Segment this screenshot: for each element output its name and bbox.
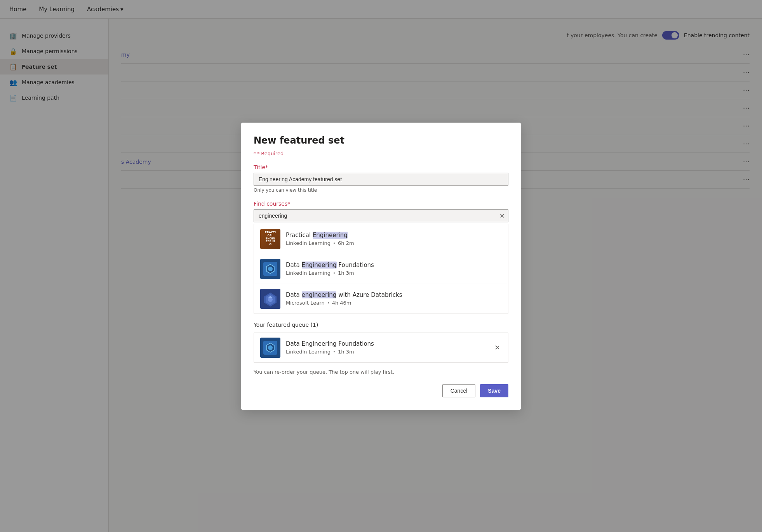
dot-azure: [328, 302, 329, 303]
queue-hint: You can re-order your queue. The top one…: [254, 369, 508, 375]
highlight-practical: Engineering: [313, 232, 348, 239]
azure-svg: [260, 289, 280, 309]
queue-thumb-data-eng: [260, 338, 280, 358]
queue-course-info: Data Engineering Foundations LinkedIn Le…: [286, 340, 487, 355]
course-search-input[interactable]: [254, 209, 508, 222]
queue-course-meta: LinkedIn Learning 1h 3m: [286, 349, 487, 355]
course-meta-data-eng: LinkedIn Learning 1h 3m: [286, 270, 502, 276]
courses-required-mark: *: [287, 201, 290, 207]
queue-label: Your featured queue (1): [254, 322, 508, 328]
course-thumb-data-eng: [260, 259, 280, 279]
queue-course-name: Data Engineering Foundations: [286, 340, 487, 347]
course-thumb-practical: PRACTICALENGINEERING: [260, 229, 280, 249]
course-thumb-azure: [260, 289, 280, 309]
queue-data-eng-svg: [260, 338, 280, 358]
course-result-data-engineering[interactable]: Data Engineering Foundations LinkedIn Le…: [254, 254, 508, 284]
queue-remove-button[interactable]: ✕: [493, 342, 502, 354]
modal-title: New featured set: [254, 135, 508, 146]
course-name-practical: Practical Engineering: [286, 232, 502, 239]
search-clear-button[interactable]: ✕: [499, 212, 505, 219]
modal-footer: Cancel Save: [254, 384, 508, 397]
app-shell: Home My Learning Academies ▾ 🏢 Manage pr…: [0, 0, 762, 532]
title-input[interactable]: [254, 173, 508, 186]
title-hint: Only you can view this title: [254, 187, 508, 193]
search-container: ✕: [254, 209, 508, 222]
cancel-button[interactable]: Cancel: [442, 384, 476, 397]
course-meta-practical: LinkedIn Learning 6h 2m: [286, 240, 502, 246]
course-result-azure-databricks[interactable]: Data engineering with Azure Databricks M…: [254, 284, 508, 314]
required-note: * * Required: [254, 151, 508, 156]
svg-point-11: [268, 345, 273, 350]
course-info-data-eng: Data Engineering Foundations LinkedIn Le…: [286, 262, 502, 276]
course-name-data-eng: Data Engineering Foundations: [286, 262, 502, 269]
course-info-practical: Practical Engineering LinkedIn Learning …: [286, 232, 502, 246]
course-name-azure: Data engineering with Azure Databricks: [286, 291, 502, 298]
dot-data-eng: [334, 272, 335, 274]
course-meta-azure: Microsoft Learn 4h 46m: [286, 300, 502, 306]
course-info-azure: Data engineering with Azure Databricks M…: [286, 291, 502, 306]
search-results-container[interactable]: PRACTICALENGINEERING Practical Engineeri…: [254, 224, 508, 314]
title-field-label: Title*: [254, 164, 508, 170]
highlight-azure: engineering: [302, 291, 337, 298]
course-result-practical-engineering[interactable]: PRACTICALENGINEERING Practical Engineeri…: [254, 224, 508, 254]
find-courses-label: Find courses*: [254, 201, 508, 207]
dot-practical: [334, 243, 335, 244]
highlight-data-eng: Engineering: [302, 262, 337, 269]
save-button[interactable]: Save: [480, 384, 508, 397]
title-required-mark: *: [265, 164, 268, 170]
queue-item-data-eng: Data Engineering Foundations LinkedIn Le…: [254, 333, 508, 363]
data-eng-svg: [260, 259, 280, 279]
dot-queue: [334, 351, 335, 352]
new-featured-set-modal: New featured set * * Required Title* Onl…: [241, 123, 521, 410]
svg-point-3: [268, 267, 273, 271]
